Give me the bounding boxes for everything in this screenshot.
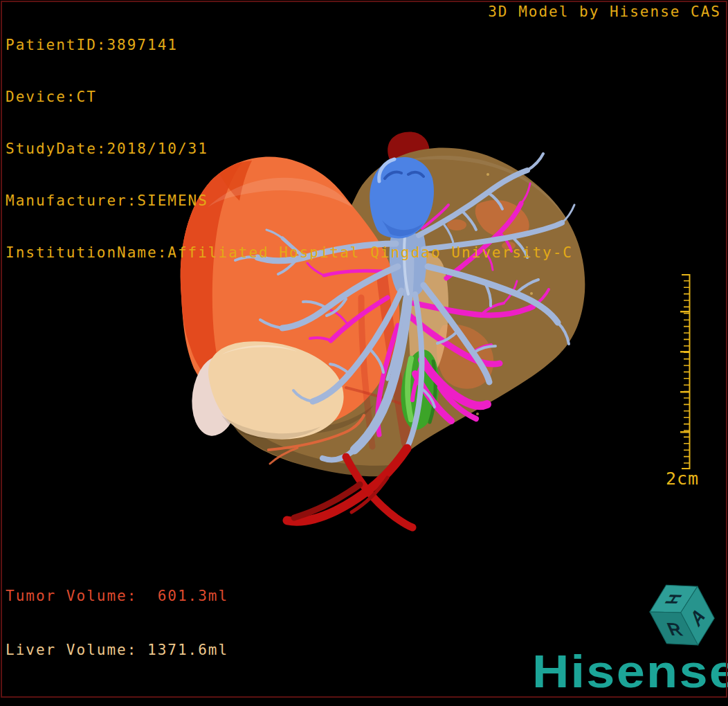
volume-readout: Tumor Volume: 601.3ml Liver Volume: 1371…: [6, 551, 228, 695]
tumor-volume-line: Tumor Volume: 601.3ml: [6, 587, 228, 605]
patient-info-overlay: PatientID:3897141 Device:CT StudyDate:20…: [6, 2, 573, 296]
study-date-line: StudyDate:2018/10/31: [6, 141, 573, 158]
patient-id-line: PatientID:3897141: [6, 37, 573, 54]
manufacturer-line: Manufacturer:SIEMENS: [6, 192, 573, 210]
scale-label: 2cm: [666, 469, 699, 489]
watermark-text: 3D Model by Hisense CAS: [488, 3, 721, 20]
hisense-logo: Hisense: [532, 645, 728, 698]
liver-volume-line: Liver Volume: 1371.6ml: [6, 641, 228, 659]
scale-ruler: 2cm: [666, 274, 699, 489]
device-line: Device:CT: [6, 89, 573, 106]
viewer-window: 2cm H R A PatientID:3897141 Device:CT St…: [0, 0, 728, 706]
institution-line: InstitutionName:Affiliated Hospital Qing…: [6, 244, 573, 262]
